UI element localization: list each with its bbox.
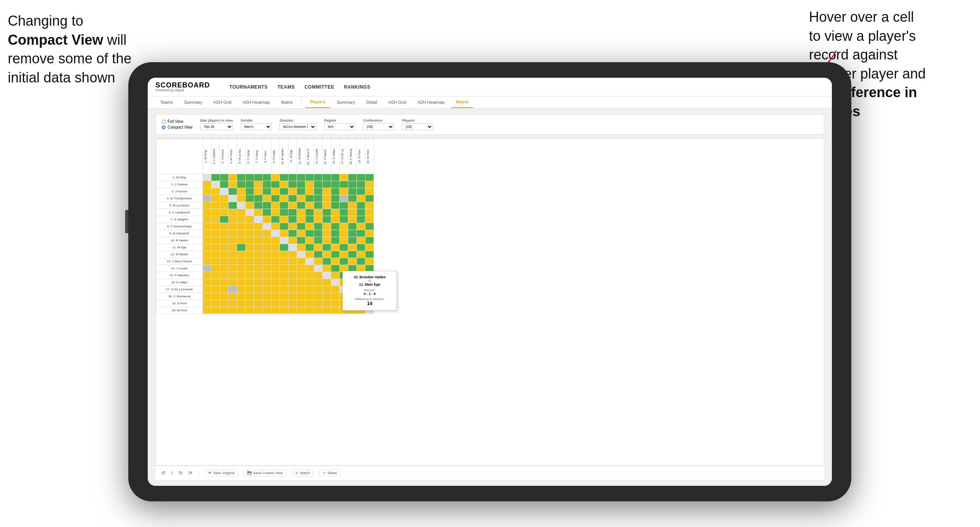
cell-17-8[interactable] — [263, 286, 271, 293]
cell-6-16[interactable] — [331, 209, 340, 216]
cell-11-10[interactable] — [280, 244, 288, 251]
cell-17-5[interactable] — [237, 286, 246, 293]
cell-6-4[interactable] — [229, 209, 237, 216]
subnav-matrix1[interactable]: Matrix — [276, 97, 297, 108]
cell-7-13[interactable] — [306, 216, 314, 223]
cell-10-5[interactable] — [237, 237, 246, 244]
cell-7-11[interactable] — [288, 216, 297, 223]
cell-3-1[interactable] — [203, 188, 211, 195]
cell-15-1[interactable] — [203, 272, 211, 279]
cell-8-14[interactable] — [314, 223, 323, 230]
cell-13-9[interactable] — [271, 258, 280, 265]
cell-9-19[interactable] — [357, 230, 365, 237]
cell-7-3[interactable] — [220, 216, 229, 223]
subnav-summary1[interactable]: Summary — [179, 97, 207, 108]
cell-20-10[interactable] — [280, 307, 288, 314]
cell-15-4[interactable] — [229, 272, 237, 279]
cell-19-3[interactable] — [220, 300, 229, 307]
gender-select[interactable]: Men's — [241, 123, 272, 130]
cell-16-3[interactable] — [220, 279, 229, 286]
full-view-radio[interactable] — [162, 120, 166, 124]
cell-17-4[interactable] — [229, 286, 237, 293]
cell-12-6[interactable] — [246, 251, 254, 258]
cell-11-3[interactable] — [220, 244, 229, 251]
cell-15-8[interactable] — [263, 272, 271, 279]
cell-3-3[interactable] — [220, 188, 229, 195]
cell-19-13[interactable] — [306, 300, 314, 307]
refresh-icon[interactable]: ⟳ — [189, 470, 192, 476]
cell-4-10[interactable] — [280, 195, 288, 202]
cell-15-12[interactable] — [297, 272, 306, 279]
cell-16-12[interactable] — [297, 279, 306, 286]
cell-8-12[interactable] — [297, 223, 306, 230]
cell-3-13[interactable] — [306, 188, 314, 195]
cell-6-10[interactable] — [280, 209, 288, 216]
cell-13-16[interactable] — [331, 258, 340, 265]
cell-9-17[interactable] — [340, 230, 348, 237]
cell-1-1[interactable] — [203, 174, 211, 181]
cell-14-15[interactable] — [323, 265, 331, 272]
cell-5-20[interactable] — [365, 202, 374, 209]
cell-16-4[interactable] — [229, 279, 237, 286]
cell-19-5[interactable] — [237, 300, 246, 307]
nav-teams[interactable]: TEAMS — [278, 83, 295, 91]
cell-5-1[interactable] — [203, 202, 211, 209]
cell-12-1[interactable] — [203, 251, 211, 258]
cell-16-5[interactable] — [237, 279, 246, 286]
cell-14-13[interactable] — [306, 265, 314, 272]
subnav-h2hgrid1[interactable]: H2H Grid — [209, 97, 236, 108]
subnav-summary2[interactable]: Summary — [332, 97, 360, 108]
cell-6-1[interactable] — [203, 209, 211, 216]
cell-3-7[interactable] — [254, 188, 263, 195]
cell-13-7[interactable] — [254, 258, 263, 265]
cell-15-7[interactable] — [254, 272, 263, 279]
cell-2-8[interactable] — [263, 181, 271, 188]
cell-7-19[interactable] — [357, 216, 365, 223]
cell-18-6[interactable] — [246, 293, 254, 300]
cell-3-17[interactable] — [340, 188, 348, 195]
cell-15-11[interactable] — [288, 272, 297, 279]
cell-1-4[interactable] — [229, 174, 237, 181]
cell-18-1[interactable] — [203, 293, 211, 300]
cell-10-19[interactable] — [357, 237, 365, 244]
cell-5-12[interactable] — [297, 202, 306, 209]
players-select[interactable]: (All) — [402, 123, 433, 130]
cell-6-6[interactable] — [246, 209, 254, 216]
cell-7-20[interactable] — [365, 216, 374, 223]
cell-18-5[interactable] — [237, 293, 246, 300]
cell-9-1[interactable] — [203, 230, 211, 237]
cell-7-7[interactable] — [254, 216, 263, 223]
cell-9-8[interactable] — [263, 230, 271, 237]
cell-14-12[interactable] — [297, 265, 306, 272]
cell-10-6[interactable] — [246, 237, 254, 244]
cell-20-11[interactable] — [288, 307, 297, 314]
cell-18-12[interactable] — [297, 293, 306, 300]
cell-5-9[interactable] — [271, 202, 280, 209]
cell-7-1[interactable] — [203, 216, 211, 223]
max-players-select[interactable]: Top 25 — [200, 123, 233, 130]
cell-3-9[interactable] — [271, 188, 280, 195]
cell-20-2[interactable] — [211, 307, 220, 314]
cell-11-17[interactable] — [340, 244, 348, 251]
cell-13-2[interactable] — [211, 258, 220, 265]
cell-4-9[interactable] — [271, 195, 280, 202]
cell-11-4[interactable] — [229, 244, 237, 251]
cell-4-5[interactable] — [237, 195, 246, 202]
cell-13-17[interactable] — [340, 258, 348, 265]
compact-view-option[interactable]: Compact View — [162, 125, 192, 129]
cell-4-15[interactable] — [323, 195, 331, 202]
cell-15-9[interactable] — [271, 272, 280, 279]
cell-6-9[interactable] — [271, 209, 280, 216]
cell-10-8[interactable] — [263, 237, 271, 244]
cell-12-13[interactable] — [306, 251, 314, 258]
cell-17-16[interactable] — [331, 286, 340, 293]
watch-button[interactable]: ⊙ Watch — [292, 469, 313, 476]
cell-14-4[interactable] — [229, 265, 237, 272]
cell-11-14[interactable] — [314, 244, 323, 251]
full-view-option[interactable]: Full View — [162, 119, 192, 124]
cell-14-10[interactable] — [280, 265, 288, 272]
cell-6-18[interactable] — [348, 209, 357, 216]
cell-8-18[interactable] — [348, 223, 357, 230]
cell-2-9[interactable] — [271, 181, 280, 188]
cell-14-8[interactable] — [263, 265, 271, 272]
